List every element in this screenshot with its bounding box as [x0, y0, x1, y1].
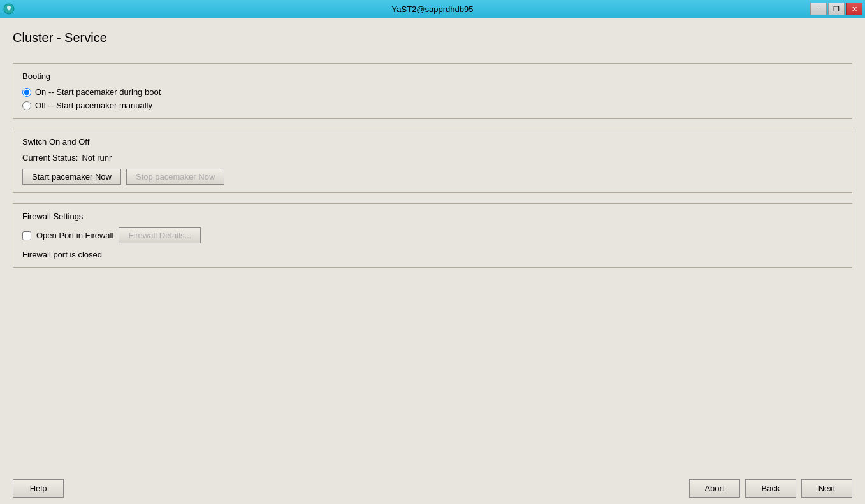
bottom-bar: Help Abort Back Next — [13, 473, 852, 498]
booting-radio-group: On -- Start pacemaker during boot Off --… — [22, 87, 843, 110]
main-content: Cluster - Service Booting On -- Start pa… — [0, 18, 865, 504]
firewall-checkbox-row: Open Port in Firewall Firewall Details..… — [22, 227, 843, 243]
open-port-label: Open Port in Firewall — [36, 231, 113, 240]
next-button[interactable]: Next — [801, 479, 852, 498]
radio-on-label: On -- Start pacemaker during boot — [35, 87, 161, 97]
booting-section: Booting On -- Start pacemaker during boo… — [13, 63, 852, 119]
switch-section: Switch On and Off Current Status: Not ru… — [13, 129, 852, 193]
minimize-button[interactable]: – — [810, 3, 827, 15]
radio-on-item[interactable]: On -- Start pacemaker during boot — [22, 87, 843, 97]
close-button[interactable]: ✕ — [846, 3, 862, 15]
bottom-right-buttons: Abort Back Next — [689, 479, 852, 498]
firewall-section-label: Firewall Settings — [22, 212, 843, 221]
firewall-section: Firewall Settings Open Port in Firewall … — [13, 203, 852, 268]
radio-off-item[interactable]: Off -- Start pacemaker manually — [22, 101, 843, 110]
switch-section-label: Switch On and Off — [22, 137, 843, 147]
window-title: YaST2@sapprdhdb95 — [392, 4, 474, 14]
window-controls: – ❐ ✕ — [810, 3, 862, 15]
page-title: Cluster - Service — [13, 31, 852, 50]
app-icon — [3, 3, 15, 15]
current-status-value: Not runr — [82, 153, 112, 162]
stop-pacemaker-button[interactable]: Stop pacemaker Now — [126, 169, 224, 185]
pacemaker-button-row: Start pacemaker Now Stop pacemaker Now — [22, 169, 843, 185]
svg-point-1 — [7, 6, 11, 10]
status-row: Current Status: Not runr — [22, 153, 843, 162]
help-button[interactable]: Help — [13, 479, 64, 498]
back-button[interactable]: Back — [745, 479, 796, 498]
title-bar: YaST2@sapprdhdb95 – ❐ ✕ — [0, 0, 865, 18]
radio-on-input[interactable] — [22, 88, 31, 97]
open-port-checkbox[interactable] — [22, 231, 31, 240]
abort-button[interactable]: Abort — [689, 479, 740, 498]
bottom-left-buttons: Help — [13, 479, 64, 498]
firewall-details-button[interactable]: Firewall Details... — [119, 227, 201, 243]
start-pacemaker-button[interactable]: Start pacemaker Now — [22, 169, 121, 185]
radio-off-label: Off -- Start pacemaker manually — [35, 101, 152, 110]
booting-label: Booting — [22, 71, 843, 81]
current-status-label: Current Status: — [22, 153, 78, 162]
firewall-status: Firewall port is closed — [22, 250, 843, 259]
restore-button[interactable]: ❐ — [828, 3, 845, 15]
radio-off-input[interactable] — [22, 101, 31, 110]
